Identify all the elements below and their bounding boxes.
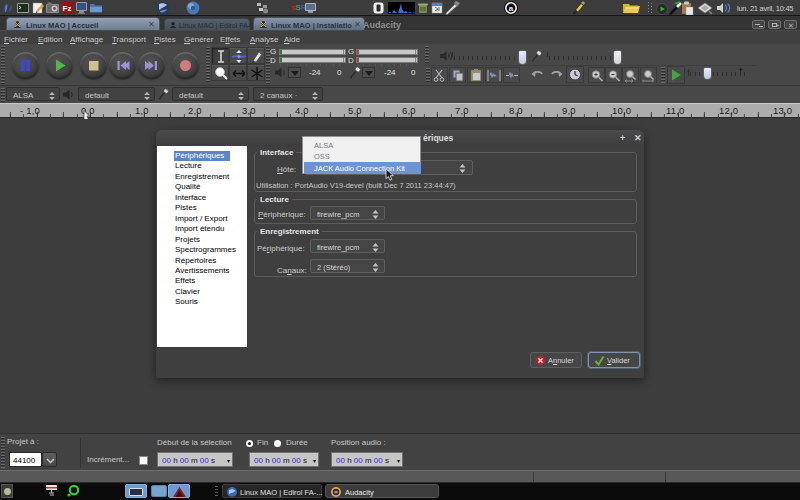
svg-text:Fz: Fz [63,4,72,13]
svg-text:a: a [509,4,514,13]
